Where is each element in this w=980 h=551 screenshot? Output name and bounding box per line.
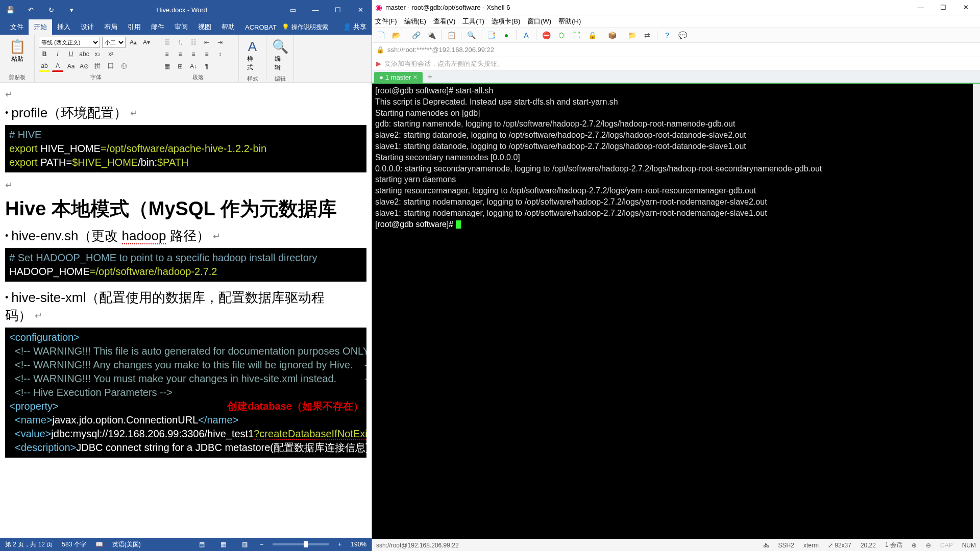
status-page[interactable]: 第 2 页，共 12 页 [5,540,53,549]
help-icon[interactable]: ? [662,30,673,41]
menu-view[interactable]: 查看(V) [433,17,455,26]
tab-mailings[interactable]: 邮件 [146,19,169,35]
tell-me-search[interactable]: 💡操作说明搜索 [282,23,328,32]
numbering-icon[interactable]: ⒈ [175,37,186,48]
tab-view[interactable]: 视图 [193,19,216,35]
flag-icon[interactable]: ▶ [376,60,381,67]
properties-icon[interactable]: 📋 [446,30,457,41]
status-lang[interactable]: 英语(美国) [112,540,141,549]
clear-format-icon[interactable]: A⊘ [79,61,90,72]
minimize-icon[interactable]: — [910,0,932,15]
justify-icon[interactable]: ≡ [201,48,212,60]
xshell-addressbar[interactable]: 🔒 ssh://root:******@192.168.206.99:22 [372,43,980,57]
font-name-select[interactable]: 等线 (西文正文) [39,37,100,48]
new-session-icon[interactable]: 📄 [375,30,386,41]
phonetic-icon[interactable]: 拼 [92,61,103,72]
tab-file[interactable]: 文件 [5,19,29,35]
shrink-font-icon[interactable]: A▾ [141,37,152,48]
ribbon-opts-icon[interactable]: ▭ [282,0,304,19]
new-tab-icon[interactable]: + [424,71,436,83]
font-size-select[interactable]: 小二 [102,37,126,48]
find-icon[interactable]: 🔍 [465,30,477,41]
strike-icon[interactable]: abc [79,48,90,60]
tab-layout[interactable]: 布局 [99,19,122,35]
minimize-icon[interactable]: — [304,0,327,19]
tab-review[interactable]: 审阅 [169,19,193,35]
share-button[interactable]: 👤 共享 [343,22,366,32]
undo-icon[interactable]: ↶ [20,0,41,19]
sort-icon[interactable]: A↓ [188,61,199,72]
menu-window[interactable]: 窗口(W) [527,17,551,26]
tab-home[interactable]: 开始 [29,19,52,35]
paste-icon[interactable]: ● [501,30,512,41]
status-zoom[interactable]: 190% [351,541,366,548]
dec-indent-icon[interactable]: ⇤ [201,37,212,48]
save-icon[interactable]: 💾 [0,0,20,19]
read-mode-icon[interactable]: ▤ [195,539,208,549]
maximize-icon[interactable]: ☐ [932,0,954,15]
qat-more-icon[interactable]: ▾ [61,0,82,19]
change-case-icon[interactable]: Aa [65,61,77,72]
reconnect-icon[interactable]: 🔗 [410,30,422,41]
underline-icon[interactable]: U [65,48,77,60]
fullscreen-icon[interactable]: ⛶ [571,30,582,41]
italic-icon[interactable]: I [52,48,63,60]
status-words[interactable]: 583 个字 [62,540,86,549]
shading-icon[interactable]: ▦ [161,61,173,72]
line-spacing-icon[interactable]: ↕ [214,48,226,60]
terminal[interactable]: [root@gdb software]# start-all.sh This s… [372,84,980,539]
bold-icon[interactable]: B [39,48,50,60]
tunnel-icon[interactable]: ⇄ [642,30,653,41]
redo-icon[interactable]: ↻ [41,0,61,19]
xagent-icon[interactable]: ⬡ [556,30,567,41]
xftp-icon[interactable]: 📦 [606,30,618,41]
align-right-icon[interactable]: ≡ [188,48,199,60]
align-center-icon[interactable]: ≡ [175,48,186,60]
tab-close-icon[interactable]: ✕ [413,74,418,81]
zoom-slider[interactable] [273,543,329,545]
lock-icon[interactable]: 🔒 [586,30,598,41]
compose-icon[interactable]: 💬 [677,30,688,41]
pilcrow-icon[interactable]: ¶ [201,61,212,72]
word-document[interactable]: ↵ •profile（环境配置）↵ # HIVE export HIVE_HOM… [0,83,372,538]
tab-master[interactable]: ● 1 master ✕ [374,72,423,83]
subscript-icon[interactable]: x₂ [92,48,103,60]
menu-tab[interactable]: 选项卡(B) [492,17,520,26]
print-layout-icon[interactable]: ▦ [217,539,229,549]
menu-edit[interactable]: 编辑(E) [404,17,426,26]
borders-icon[interactable]: ⊞ [175,61,186,72]
zoom-in-icon[interactable]: + [338,541,341,548]
highlight-icon[interactable]: ab [39,61,50,72]
tab-insert[interactable]: 插入 [52,19,76,35]
tab-help[interactable]: 帮助 [216,19,240,35]
menu-help[interactable]: 帮助(H) [558,17,581,26]
status-minus-icon[interactable]: ⊖ [926,542,931,549]
enclose-icon[interactable]: ㊥ [118,61,130,72]
font-icon[interactable]: A [521,30,532,41]
menu-file[interactable]: 文件(F) [375,17,397,26]
open-icon[interactable]: 📂 [390,30,402,41]
menu-tools[interactable]: 工具(T) [462,17,484,26]
stop-icon[interactable]: ⛔ [541,30,552,41]
editing-button[interactable]: 🔍编辑 [271,37,289,74]
grow-font-icon[interactable]: A▴ [128,37,139,48]
close-icon[interactable]: ✕ [954,0,977,15]
maximize-icon[interactable]: ☐ [327,0,349,19]
multilevel-icon[interactable]: ☷ [188,37,199,48]
align-left-icon[interactable]: ≡ [161,48,173,60]
zoom-out-icon[interactable]: − [260,541,263,548]
status-plus-icon[interactable]: ⊕ [912,542,917,549]
bullets-icon[interactable]: ☰ [161,37,173,48]
status-spellcheck-icon[interactable]: 📖 [95,541,103,548]
tab-design[interactable]: 设计 [76,19,99,35]
tab-acrobat[interactable]: ACROBAT [240,20,282,34]
disconnect-icon[interactable]: 🔌 [426,30,437,41]
paste-button[interactable]: 📋粘贴 [4,37,30,65]
copy-icon[interactable]: 📑 [485,30,497,41]
char-border-icon[interactable]: 囗 [105,61,116,72]
superscript-icon[interactable]: x² [105,48,116,60]
close-icon[interactable]: ✕ [349,0,372,19]
sessions-icon[interactable]: 📁 [626,30,638,41]
font-color-icon[interactable]: A [52,61,63,72]
web-layout-icon[interactable]: ▥ [238,539,251,549]
